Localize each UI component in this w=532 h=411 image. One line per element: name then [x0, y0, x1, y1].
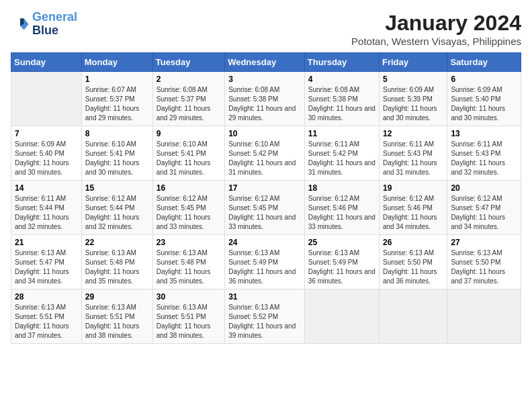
page-subtitle: Pototan, Western Visayas, Philippines [351, 36, 521, 47]
day-number: 26 [383, 238, 443, 247]
calendar-cell: 31 Sunrise: 6:13 AMSunset: 5:52 PMDaylig… [225, 289, 305, 344]
calendar-cell: 15 Sunrise: 6:12 AMSunset: 5:44 PMDaylig… [81, 181, 152, 235]
header-monday: Monday [81, 53, 152, 72]
calendar-cell: 22 Sunrise: 6:13 AMSunset: 5:48 PMDaylig… [81, 235, 152, 289]
calendar-cell: 8 Sunrise: 6:10 AMSunset: 5:41 PMDayligh… [81, 126, 152, 181]
day-number: 27 [451, 238, 517, 247]
title-area: January 2024 Pototan, Western Visayas, P… [351, 11, 521, 47]
day-number: 12 [383, 129, 443, 138]
calendar-cell: 26 Sunrise: 6:13 AMSunset: 5:50 PMDaylig… [379, 235, 447, 289]
calendar-cell: 4 Sunrise: 6:08 AMSunset: 5:38 PMDayligh… [304, 72, 379, 126]
calendar-week-3: 21 Sunrise: 6:13 AMSunset: 5:47 PMDaylig… [11, 235, 521, 289]
calendar-cell: 25 Sunrise: 6:13 AMSunset: 5:49 PMDaylig… [304, 235, 379, 289]
day-info: Sunrise: 6:11 AMSunset: 5:44 PMDaylight:… [15, 194, 78, 232]
day-info: Sunrise: 6:12 AMSunset: 5:46 PMDaylight:… [308, 194, 375, 232]
day-number: 25 [308, 238, 375, 247]
day-number: 24 [228, 238, 301, 247]
day-number: 23 [157, 238, 221, 247]
day-info: Sunrise: 6:09 AMSunset: 5:39 PMDaylight:… [383, 85, 443, 123]
day-info: Sunrise: 6:13 AMSunset: 5:50 PMDaylight:… [383, 248, 443, 286]
day-info: Sunrise: 6:12 AMSunset: 5:45 PMDaylight:… [228, 194, 301, 232]
day-number: 11 [308, 129, 375, 138]
day-info: Sunrise: 6:13 AMSunset: 5:51 PMDaylight:… [157, 303, 221, 340]
calendar-cell [379, 289, 447, 344]
calendar-week-2: 14 Sunrise: 6:11 AMSunset: 5:44 PMDaylig… [11, 181, 521, 235]
header-sunday: Sunday [11, 53, 82, 72]
day-number: 4 [308, 75, 375, 84]
header-friday: Friday [379, 53, 447, 72]
calendar-header: SundayMondayTuesdayWednesdayThursdayFrid… [11, 53, 521, 72]
day-number: 21 [15, 238, 78, 247]
header: General Blue January 2024 Pototan, Weste… [11, 11, 521, 47]
calendar-cell: 28 Sunrise: 6:13 AMSunset: 5:51 PMDaylig… [11, 289, 82, 344]
header-tuesday: Tuesday [152, 53, 224, 72]
header-wednesday: Wednesday [225, 53, 305, 72]
day-number: 6 [451, 75, 517, 84]
calendar-cell: 14 Sunrise: 6:11 AMSunset: 5:44 PMDaylig… [11, 181, 82, 235]
calendar-cell: 24 Sunrise: 6:13 AMSunset: 5:49 PMDaylig… [225, 235, 305, 289]
logo: General Blue [11, 11, 77, 38]
logo-text-line2: Blue [32, 24, 77, 38]
day-info: Sunrise: 6:09 AMSunset: 5:40 PMDaylight:… [15, 140, 78, 177]
day-info: Sunrise: 6:11 AMSunset: 5:42 PMDaylight:… [308, 140, 375, 177]
day-info: Sunrise: 6:13 AMSunset: 5:49 PMDaylight:… [228, 248, 301, 286]
day-info: Sunrise: 6:10 AMSunset: 5:41 PMDaylight:… [157, 140, 221, 177]
calendar-cell: 9 Sunrise: 6:10 AMSunset: 5:41 PMDayligh… [152, 126, 224, 181]
day-info: Sunrise: 6:13 AMSunset: 5:48 PMDaylight:… [85, 248, 149, 286]
day-number: 30 [157, 292, 221, 302]
header-thursday: Thursday [304, 53, 379, 72]
day-info: Sunrise: 6:13 AMSunset: 5:52 PMDaylight:… [228, 303, 301, 340]
calendar-body: 1 Sunrise: 6:07 AMSunset: 5:37 PMDayligh… [11, 72, 521, 344]
day-number: 28 [15, 292, 78, 302]
day-number: 2 [157, 75, 221, 84]
day-info: Sunrise: 6:12 AMSunset: 5:45 PMDaylight:… [157, 194, 221, 232]
day-info: Sunrise: 6:10 AMSunset: 5:42 PMDaylight:… [228, 140, 301, 177]
calendar-cell: 6 Sunrise: 6:09 AMSunset: 5:40 PMDayligh… [447, 72, 521, 126]
calendar-cell: 29 Sunrise: 6:13 AMSunset: 5:51 PMDaylig… [81, 289, 152, 344]
day-info: Sunrise: 6:08 AMSunset: 5:37 PMDaylight:… [157, 85, 221, 123]
calendar-cell [447, 289, 521, 344]
day-info: Sunrise: 6:12 AMSunset: 5:47 PMDaylight:… [451, 194, 517, 232]
day-number: 31 [228, 292, 301, 302]
day-info: Sunrise: 6:07 AMSunset: 5:37 PMDaylight:… [85, 85, 149, 123]
calendar-week-1: 7 Sunrise: 6:09 AMSunset: 5:40 PMDayligh… [11, 126, 521, 181]
calendar-cell [11, 72, 82, 126]
header-saturday: Saturday [447, 53, 521, 72]
day-info: Sunrise: 6:09 AMSunset: 5:40 PMDaylight:… [451, 85, 517, 123]
calendar-cell: 13 Sunrise: 6:11 AMSunset: 5:43 PMDaylig… [447, 126, 521, 181]
calendar-cell: 2 Sunrise: 6:08 AMSunset: 5:37 PMDayligh… [152, 72, 224, 126]
logo-icon [11, 15, 30, 34]
calendar-cell: 10 Sunrise: 6:10 AMSunset: 5:42 PMDaylig… [225, 126, 305, 181]
day-number: 22 [85, 238, 149, 247]
day-info: Sunrise: 6:11 AMSunset: 5:43 PMDaylight:… [383, 140, 443, 177]
calendar-cell: 18 Sunrise: 6:12 AMSunset: 5:46 PMDaylig… [304, 181, 379, 235]
day-number: 13 [451, 129, 517, 138]
calendar-cell: 16 Sunrise: 6:12 AMSunset: 5:45 PMDaylig… [152, 181, 224, 235]
calendar-cell: 11 Sunrise: 6:11 AMSunset: 5:42 PMDaylig… [304, 126, 379, 181]
day-number: 1 [85, 75, 149, 84]
day-info: Sunrise: 6:13 AMSunset: 5:51 PMDaylight:… [15, 303, 78, 340]
calendar-cell: 1 Sunrise: 6:07 AMSunset: 5:37 PMDayligh… [81, 72, 152, 126]
day-info: Sunrise: 6:12 AMSunset: 5:44 PMDaylight:… [85, 194, 149, 232]
calendar-cell: 30 Sunrise: 6:13 AMSunset: 5:51 PMDaylig… [152, 289, 224, 344]
day-info: Sunrise: 6:08 AMSunset: 5:38 PMDaylight:… [308, 85, 375, 123]
logo-text-line1: General [32, 11, 77, 24]
day-number: 10 [228, 129, 301, 138]
day-number: 29 [85, 292, 149, 302]
day-info: Sunrise: 6:13 AMSunset: 5:47 PMDaylight:… [15, 248, 78, 286]
day-number: 8 [85, 129, 149, 138]
calendar-cell: 27 Sunrise: 6:13 AMSunset: 5:50 PMDaylig… [447, 235, 521, 289]
calendar-cell: 3 Sunrise: 6:08 AMSunset: 5:38 PMDayligh… [225, 72, 305, 126]
day-number: 17 [228, 183, 301, 193]
calendar-cell: 5 Sunrise: 6:09 AMSunset: 5:39 PMDayligh… [379, 72, 447, 126]
page-title: January 2024 [351, 11, 521, 36]
calendar-cell: 19 Sunrise: 6:12 AMSunset: 5:46 PMDaylig… [379, 181, 447, 235]
day-info: Sunrise: 6:13 AMSunset: 5:48 PMDaylight:… [157, 248, 221, 286]
day-info: Sunrise: 6:13 AMSunset: 5:49 PMDaylight:… [308, 248, 375, 286]
day-info: Sunrise: 6:10 AMSunset: 5:41 PMDaylight:… [85, 140, 149, 177]
day-info: Sunrise: 6:13 AMSunset: 5:50 PMDaylight:… [451, 248, 517, 286]
day-number: 5 [383, 75, 443, 84]
calendar-cell: 17 Sunrise: 6:12 AMSunset: 5:45 PMDaylig… [225, 181, 305, 235]
calendar-week-0: 1 Sunrise: 6:07 AMSunset: 5:37 PMDayligh… [11, 72, 521, 126]
day-number: 19 [383, 183, 443, 193]
